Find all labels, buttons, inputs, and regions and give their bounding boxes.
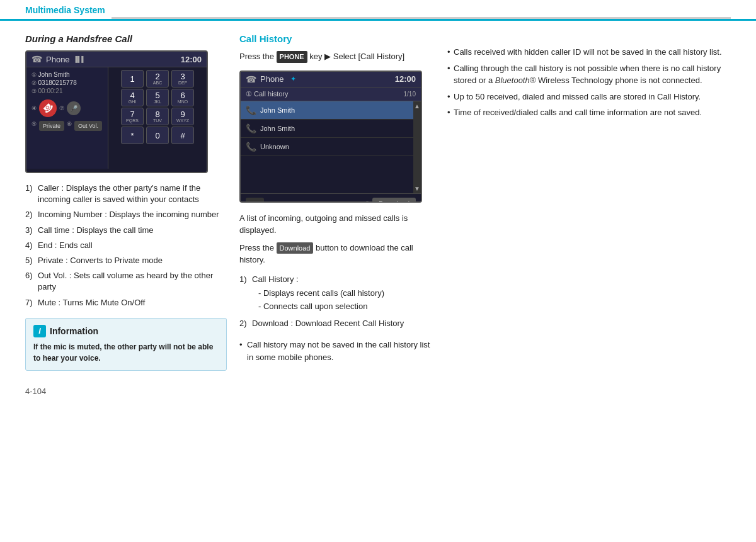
dial-key-6[interactable]: 6MNO [171, 89, 194, 106]
phone-badge: PHONE [277, 51, 307, 63]
scroll-up-arrow[interactable]: ▲ [414, 103, 420, 110]
right-bullets: Calls received with hidden caller ID wil… [447, 46, 731, 119]
call-icon-2: 📞 [246, 123, 256, 133]
intro-text-2: key ▶ Select [Call History] [309, 52, 404, 61]
scroll-down-arrow[interactable]: ▼ [414, 185, 420, 192]
right-bullet-3: Up to 50 received, dialed and missed cal… [447, 91, 731, 103]
sub-item-2: - Connects call upon selection [258, 301, 435, 312]
scrollbar[interactable]: ▲ ▼ [413, 101, 421, 193]
phone-screen-2: ☎ Phone ✦ 12:00 ① Call history 1/10 📞 Jo… [239, 71, 422, 203]
mid-list: 1) Call History : - Displays recent call… [239, 274, 435, 330]
circle-5: ⑤ [32, 121, 37, 131]
ch-name-1: John Smith [260, 106, 295, 114]
info-box-text: If the mic is muted, the other party wil… [33, 341, 219, 364]
download-button[interactable]: Download [372, 198, 416, 203]
sub-item-1: - Displays recent calls (call history) [258, 288, 435, 299]
end-and-mute-row: ④ ☎ ⑦ 🎤 [32, 99, 103, 117]
list-item-5: 5) Private : Converts to Private mode [25, 255, 227, 266]
mid-list-item-1: 1) Call History : - Displays recent call… [239, 274, 435, 315]
ch-item-3[interactable]: 📞 Unknown [241, 138, 413, 156]
list-item-1: 1) Caller : Displays the other party's n… [25, 183, 227, 205]
circle-2: ② 03180215778 [32, 79, 103, 86]
call-time-label: 00:00:21 [38, 88, 63, 94]
page-header: Multimedia System [0, 0, 756, 21]
caller-number-label: 03180215778 [38, 79, 77, 86]
dial-key-hash[interactable]: # [171, 127, 194, 144]
right-bullet-1: Calls received with hidden caller ID wil… [447, 46, 731, 59]
phone1-info-panel: ① John Smith ② 03180215778 ③ 00:00:21 ④ … [26, 67, 108, 169]
end-call-button-icon[interactable]: ☎ [39, 99, 57, 117]
out-vol-button[interactable]: Out Vol. [74, 121, 102, 131]
main-content: During a Handsfree Call ☎ Phone ▐▌▌ 12:0… [0, 21, 756, 409]
sub-list-1: - Displays recent calls (call history) -… [252, 288, 435, 312]
signal-icon: ▐▌▌ [74, 56, 86, 62]
dial-key-8[interactable]: 8TUV [146, 108, 169, 125]
call-history-list: 📞 John Smith 📞 John Smith 📞 Unknown [241, 101, 413, 193]
phone2-header-left: ☎ Phone ✦ [246, 74, 296, 84]
ch-item-1[interactable]: 📞 John Smith [241, 101, 413, 120]
right-column: Calls received with hidden caller ID wil… [447, 33, 731, 396]
page-number: 4-104 [25, 387, 227, 396]
mute-button-icon[interactable]: 🎤 [67, 101, 81, 115]
circle-2-label: ② [365, 200, 370, 203]
dial-key-0[interactable]: 0 [146, 127, 169, 144]
private-button[interactable]: Private [39, 121, 64, 131]
mid-bullets: • Call history may not be saved in the c… [239, 339, 435, 363]
ch-name-2: John Smith [260, 125, 295, 132]
phone1-header-left: ☎ Phone ▐▌▌ [32, 54, 86, 64]
info-title: Information [50, 326, 98, 336]
download-badge: Download [277, 242, 314, 254]
list-item-3: 3) Call time : Displays the call time [25, 225, 227, 236]
download-area: ② Download [365, 198, 416, 203]
dialpad-row-2: 4GHI 5JKL 6MNO [111, 89, 204, 106]
info-icon: i [33, 325, 46, 337]
phone1-title: Phone [46, 55, 70, 64]
dial-key-2[interactable]: 2ABC [146, 70, 169, 88]
call-icon-3: 📞 [246, 142, 256, 152]
phone1-icon: ☎ [32, 54, 42, 64]
phone2-title: Phone [260, 74, 284, 84]
info-box: i Information If the mic is muted, the o… [25, 318, 227, 371]
dialpad: 1 2ABC 3DEF 4GHI 5JKL 6MNO 7PQRS 8TUV 9W… [108, 67, 207, 169]
list-item-7: 7) Mute : Turns Mic Mute On/Off [25, 297, 227, 308]
dial-key-4[interactable]: 4GHI [121, 89, 144, 106]
action-buttons-row: ⑤ Private ⑥ Out Vol. [32, 121, 103, 131]
phone2-footer: ↩ ② Download [241, 193, 421, 203]
dial-key-5[interactable]: 5JKL [146, 89, 169, 106]
left-section-title: During a Handsfree Call [25, 33, 227, 44]
ch-item-2[interactable]: 📞 John Smith [241, 120, 413, 138]
dial-key-star[interactable]: * [121, 127, 144, 144]
list-item-2: 2) Incoming Number : Displays the incomi… [25, 209, 227, 220]
intro-paragraph: Press the PHONE key ▶ Select [Call Histo… [239, 50, 435, 63]
mute-icon: 🎤 [70, 105, 77, 112]
dialpad-row-1: 1 2ABC 3DEF [111, 70, 204, 88]
back-button[interactable]: ↩ [246, 198, 264, 203]
circle-6: ⑥ [67, 121, 72, 131]
dl-text-before: Press the [239, 243, 274, 252]
phone2-icon: ☎ [246, 74, 256, 84]
call-icon-1: 📞 [246, 105, 256, 115]
dial-key-1[interactable]: 1 [121, 70, 144, 88]
download-paragraph: Press the Download button to download th… [239, 242, 435, 266]
header-line [112, 17, 731, 19]
dialpad-row-3: 7PQRS 8TUV 9WXYZ [111, 108, 204, 125]
header-title: Multimedia System [25, 5, 105, 19]
dialpad-row-4: * 0 # [111, 127, 204, 144]
middle-column: Call History Press the PHONE key ▶ Selec… [239, 33, 435, 396]
phone1-body: ① John Smith ② 03180215778 ③ 00:00:21 ④ … [26, 67, 207, 169]
circle-7: ⑦ [59, 105, 64, 111]
phone2-header: ☎ Phone ✦ 12:00 [241, 72, 421, 88]
phone-screen-1: ☎ Phone ▐▌▌ 12:00 ① John Smith ② 0318021… [25, 50, 208, 173]
phone2-subheader: ① Call history 1/10 [241, 88, 421, 101]
list-item-6: 6) Out Vol. : Sets call volume as heard … [25, 270, 227, 293]
dial-key-3[interactable]: 3DEF [171, 70, 194, 88]
ch-name-3: Unknown [260, 143, 289, 150]
body-text: A list of incoming, outgoing and missed … [239, 212, 435, 237]
list-item-4: 4) End : Ends call [25, 240, 227, 251]
phone2-list-area: 📞 John Smith 📞 John Smith 📞 Unknown ▲ ▼ [241, 101, 421, 193]
dial-key-9[interactable]: 9WXYZ [171, 108, 194, 125]
caller-name-label: John Smith [38, 71, 70, 78]
circle-3: ③ 00:00:21 [32, 88, 103, 94]
dial-key-7[interactable]: 7PQRS [121, 108, 144, 125]
circle-1: ① John Smith [32, 71, 103, 78]
